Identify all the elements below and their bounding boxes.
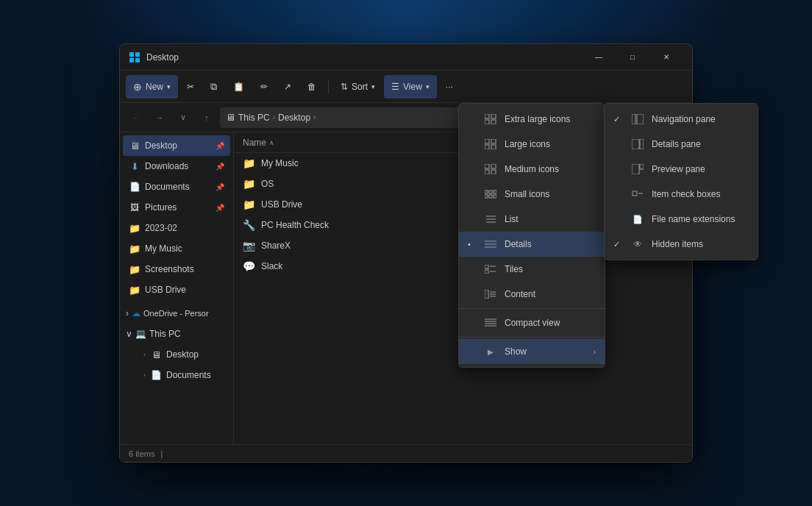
svg-rect-2 bbox=[129, 58, 134, 63]
sidebar-item-pictures[interactable]: 🖼 Pictures 📌 bbox=[123, 197, 230, 218]
check-nav-pane: ✓ bbox=[613, 115, 624, 124]
folder-icon: 📁 bbox=[243, 178, 255, 190]
svg-rect-43 bbox=[640, 139, 644, 149]
paste-button[interactable]: 📋 bbox=[226, 75, 252, 99]
show-preview-pane[interactable]: Preview pane bbox=[605, 157, 758, 182]
sidebar-item-screenshots[interactable]: 📁 Screenshots bbox=[123, 259, 230, 279]
svg-rect-17 bbox=[489, 190, 492, 193]
grid-icon-xl bbox=[484, 114, 497, 124]
view-content-label: Content bbox=[505, 289, 535, 299]
svg-rect-16 bbox=[485, 190, 488, 193]
breadcrumb-icon: 🖥 bbox=[226, 112, 235, 123]
show-details-pane[interactable]: Details pane bbox=[605, 132, 758, 157]
delete-button[interactable]: 🗑 bbox=[300, 75, 324, 99]
sidebar-label-usb: USB Drive bbox=[145, 285, 186, 295]
show-filename-ext[interactable]: 📄 File name extensions bbox=[605, 207, 758, 232]
grid-icon-l bbox=[484, 139, 497, 149]
app-icon-sharex: 📷 bbox=[243, 240, 255, 252]
sidebar-item-usbdrive[interactable]: 📁 USB Drive bbox=[123, 279, 230, 300]
sidebar-item-2023-02[interactable]: 📁 2023-02 bbox=[123, 218, 230, 238]
sidebar-label-thispc-documents: Documents bbox=[166, 370, 211, 380]
view-extra-large[interactable]: Extra large icons bbox=[459, 107, 605, 132]
svg-rect-1 bbox=[135, 52, 140, 57]
sort-button[interactable]: ⇅ Sort ▾ bbox=[333, 75, 382, 99]
sidebar-item-downloads[interactable]: ⬇ Downloads 📌 bbox=[123, 156, 230, 177]
app-icon-slack: 💬 bbox=[243, 260, 255, 272]
view-small[interactable]: Small icons bbox=[459, 182, 605, 207]
folder-icon: 📁 bbox=[243, 199, 255, 210]
preview-pane-icon bbox=[631, 164, 644, 174]
svg-rect-42 bbox=[632, 139, 639, 149]
sidebar-item-mymusic[interactable]: 📁 My Music bbox=[123, 238, 230, 259]
sidebar-item-desktop[interactable]: 🖥 Desktop 📌 bbox=[123, 135, 230, 156]
view-content[interactable]: Content bbox=[459, 282, 605, 307]
view-tiles[interactable]: Tiles bbox=[459, 257, 605, 282]
minimize-button[interactable]: — bbox=[582, 44, 616, 71]
rename-button[interactable]: ✏ bbox=[253, 75, 275, 99]
view-tiles-label: Tiles bbox=[505, 264, 523, 274]
sort-indicator: ∧ bbox=[269, 139, 274, 146]
up-button[interactable]: ↑ bbox=[196, 107, 217, 128]
window-title: Desktop bbox=[146, 52, 582, 63]
cut-button[interactable]: ✂ bbox=[179, 75, 202, 99]
view-dropdown-menu: Extra large icons Large icons Medium ico… bbox=[458, 103, 605, 368]
svg-rect-44 bbox=[632, 164, 639, 174]
view-medium[interactable]: Medium icons bbox=[459, 157, 605, 182]
more-button[interactable]: ··· bbox=[438, 75, 460, 99]
sidebar-group-onedrive[interactable]: › ☁ OneDrive - Persor bbox=[123, 303, 230, 324]
view-chevron-icon: ▾ bbox=[426, 83, 430, 90]
chevron-down-icon: ∨ bbox=[126, 329, 132, 339]
downloads-icon: ⬇ bbox=[129, 160, 140, 172]
view-large[interactable]: Large icons bbox=[459, 132, 605, 157]
copy-icon: ⧉ bbox=[210, 81, 217, 93]
chevron-right-icon3: › bbox=[143, 371, 146, 379]
title-bar: Desktop — □ ✕ bbox=[120, 44, 692, 71]
share-icon: ↗ bbox=[284, 82, 291, 92]
svg-rect-30 bbox=[485, 270, 488, 274]
view-details[interactable]: • Details bbox=[459, 232, 605, 257]
breadcrumb-thispc: This PC bbox=[238, 113, 270, 123]
new-button[interactable]: ⊕ New ▾ bbox=[126, 75, 178, 99]
toolbar-separator bbox=[328, 79, 329, 94]
svg-rect-41 bbox=[637, 114, 644, 124]
maximize-button[interactable]: □ bbox=[616, 44, 649, 71]
thispc-desktop-icon: 🖥 bbox=[150, 349, 162, 360]
show-item-checkboxes[interactable]: Item check boxes bbox=[605, 182, 758, 207]
svg-rect-32 bbox=[485, 290, 488, 299]
view-show-label: Show bbox=[505, 346, 527, 357]
nav-pane-icon bbox=[631, 114, 644, 124]
sidebar-item-thispc-desktop[interactable]: › 🖥 Desktop bbox=[123, 344, 230, 365]
view-compact[interactable]: Compact view bbox=[459, 310, 605, 335]
share-button[interactable]: ↗ bbox=[277, 75, 299, 99]
forward-button[interactable]: → bbox=[149, 107, 170, 128]
sidebar-label-screenshots: Screenshots bbox=[145, 264, 194, 274]
sort-icon: ⇅ bbox=[341, 82, 348, 92]
sidebar-label-onedrive: OneDrive - Persor bbox=[143, 309, 209, 318]
view-icon: ☰ bbox=[391, 82, 399, 92]
view-show[interactable]: ▶ Show › bbox=[459, 339, 605, 364]
show-hidden-items[interactable]: ✓ 👁 Hidden items bbox=[605, 232, 758, 257]
desktop-icon: 🖥 bbox=[129, 140, 140, 152]
more-icon: ··· bbox=[446, 82, 453, 92]
show-item-cb-label: Item check boxes bbox=[652, 189, 720, 199]
window-icon bbox=[129, 51, 140, 63]
show-navigation-pane[interactable]: ✓ Navigation pane bbox=[605, 107, 758, 132]
sidebar-item-documents[interactable]: 📄 Documents 📌 bbox=[123, 177, 230, 197]
close-button[interactable]: ✕ bbox=[649, 44, 683, 71]
svg-rect-45 bbox=[640, 164, 644, 169]
view-button[interactable]: ☰ View ▾ bbox=[384, 75, 437, 99]
window-controls: — □ ✕ bbox=[582, 44, 683, 71]
copy-button[interactable]: ⧉ bbox=[203, 75, 224, 99]
svg-rect-8 bbox=[485, 139, 489, 143]
svg-rect-12 bbox=[485, 164, 489, 168]
dropdown-button[interactable]: ∨ bbox=[173, 107, 193, 128]
sidebar-item-thispc-documents[interactable]: › 📄 Documents bbox=[123, 365, 230, 385]
folder-icon-music: 📁 bbox=[129, 243, 140, 254]
view-large-label: Large icons bbox=[505, 139, 550, 149]
toolbar: ⊕ New ▾ ✂ ⧉ 📋 ✏ ↗ 🗑 ⇅ Sort ▾ ☰ View bbox=[120, 71, 692, 103]
sidebar-group-thispc[interactable]: ∨ 💻 This PC bbox=[123, 324, 230, 344]
cut-icon: ✂ bbox=[187, 82, 194, 92]
chevron-right-icon2: › bbox=[143, 351, 146, 358]
view-list[interactable]: List bbox=[459, 207, 605, 232]
show-icon: ▶ bbox=[484, 348, 497, 356]
